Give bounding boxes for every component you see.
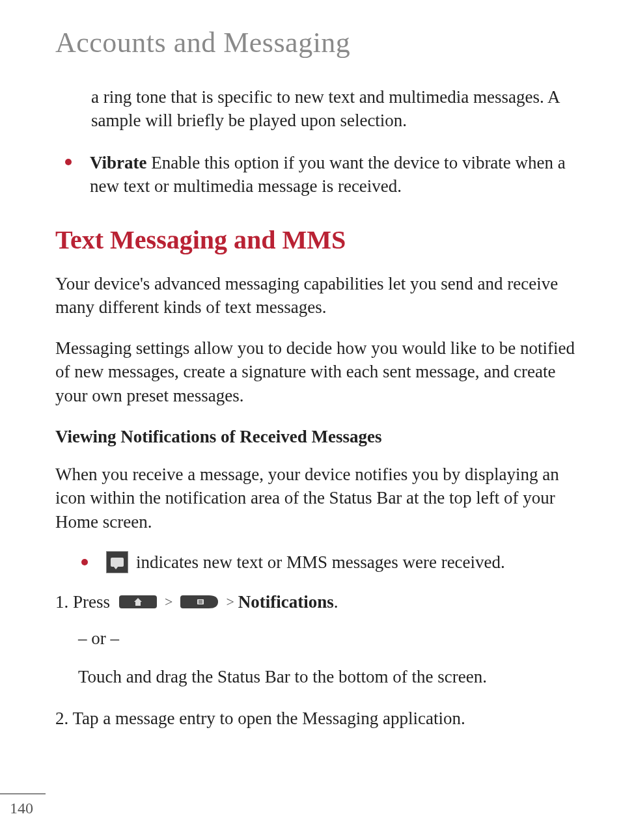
notifications-label: Notifications — [238, 590, 334, 614]
paragraph-3: When you receive a message, your device … — [55, 463, 592, 534]
vibrate-content: Vibrate Enable this option if you want t… — [90, 151, 592, 198]
home-button-icon — [119, 594, 157, 610]
breadcrumb-separator: > — [226, 592, 234, 612]
section-heading-text-messaging: Text Messaging and MMS — [55, 224, 592, 255]
step-1: 1. Press > > Notifications. — [55, 590, 592, 614]
chapter-title: Accounts and Messaging — [55, 26, 592, 59]
bullet-icon — [65, 159, 72, 165]
vibrate-desc: Enable this option if you want the devic… — [90, 153, 566, 196]
message-icon-bullet: indicates new text or MMS messages were … — [81, 550, 592, 574]
step-1-prefix: 1. Press — [55, 590, 110, 614]
bullet-icon — [81, 559, 88, 565]
message-notification-icon — [106, 551, 128, 573]
footer-rule — [0, 793, 46, 794]
manual-page: Accounts and Messaging a ring tone that … — [0, 0, 621, 840]
breadcrumb-separator: > — [165, 592, 172, 612]
sub-heading-viewing-notifications: Viewing Notifications of Received Messag… — [55, 427, 592, 447]
page-number: 140 — [10, 800, 33, 817]
paragraph-2: Messaging settings allow you to decide h… — [55, 336, 592, 407]
step-2: 2. Tap a message entry to open the Messa… — [55, 707, 592, 730]
step-1-period: . — [334, 590, 338, 614]
or-separator: – or – — [78, 627, 592, 650]
menu-button-icon — [180, 594, 218, 610]
vibrate-label: Vibrate — [90, 153, 146, 172]
message-icon-text: indicates new text or MMS messages were … — [136, 550, 505, 574]
paragraph-1: Your device's advanced messaging capabil… — [55, 272, 592, 319]
vibrate-bullet: Vibrate Enable this option if you want t… — [65, 151, 592, 198]
touch-drag-line: Touch and drag the Status Bar to the bot… — [78, 665, 592, 688]
intro-fragment: a ring tone that is specific to new text… — [91, 85, 592, 133]
